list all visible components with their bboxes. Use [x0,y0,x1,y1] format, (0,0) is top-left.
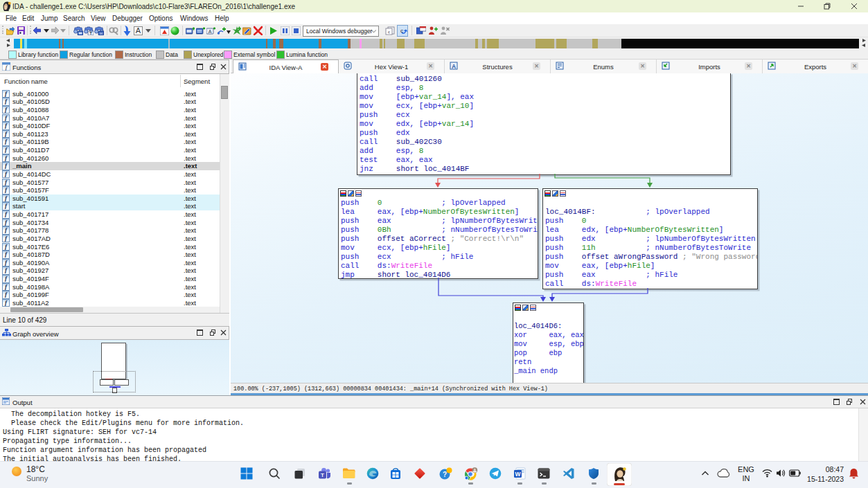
svg-text:W: W [515,471,521,478]
svg-text:A: A [209,29,212,34]
svg-text:?: ? [443,471,447,478]
svg-text:c: c [388,30,390,34]
svg-text:txt: txt [100,32,104,35]
svg-text:T: T [89,31,92,35]
svg-text:T: T [321,472,324,478]
